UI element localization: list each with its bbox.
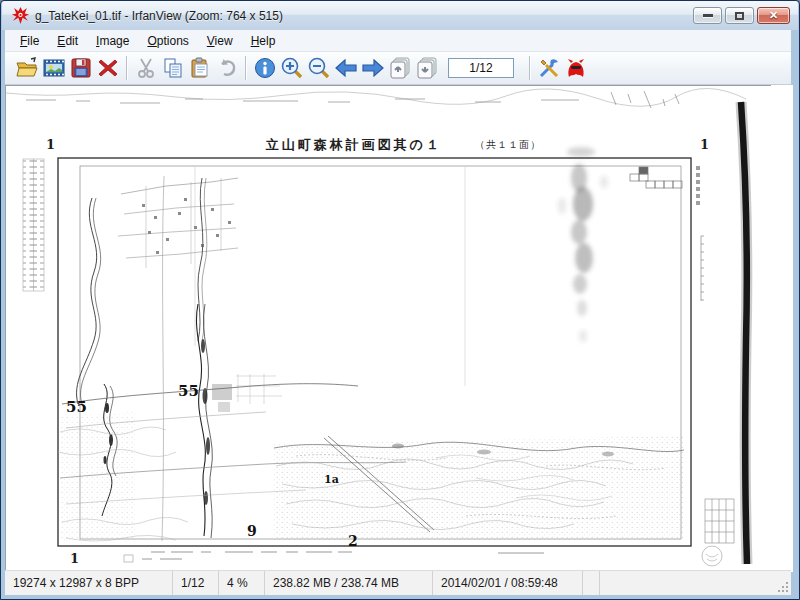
undo-button[interactable] [213, 55, 240, 82]
toolbar-separator [529, 56, 530, 80]
forward-icon [360, 56, 386, 80]
info-button[interactable] [251, 55, 278, 82]
open-folder-icon [15, 56, 39, 80]
slideshow-icon [42, 56, 66, 80]
save-icon [69, 56, 93, 80]
close-icon: ✕ [769, 10, 778, 21]
zoom-in-icon [280, 56, 304, 80]
zoom-out-icon [307, 56, 331, 80]
copy-icon [161, 56, 185, 80]
irfanview-window: g_TateKei_01.tif - IrfanView (Zoom: 764 … [0, 0, 800, 600]
compartment-label-55-west: 55 [66, 398, 87, 416]
status-zoom-percent: 4 % [219, 571, 265, 595]
status-file-datetime: 2014/02/01 / 08:59:48 [433, 571, 583, 595]
compartment-label-1a: 1a [324, 473, 339, 486]
toolbar-separator [126, 56, 127, 80]
maximize-button[interactable] [725, 7, 754, 24]
page-number-field[interactable] [448, 58, 514, 78]
minimize-icon [703, 14, 713, 17]
cut-button[interactable] [132, 55, 159, 82]
mascot-button[interactable] [562, 55, 589, 82]
sheet-number-top-left: 1 [46, 137, 55, 152]
image-canvas[interactable]: 立山町森林計画図其の１ （共１１面） 1 1 1 [5, 85, 771, 572]
next-page-button[interactable] [413, 55, 440, 82]
menu-file[interactable]: File [11, 31, 48, 51]
close-button[interactable]: ✕ [757, 7, 790, 24]
open-button[interactable] [13, 55, 40, 82]
paste-icon [188, 56, 212, 80]
map-sheet-title: 立山町森林計画図其の１ [265, 137, 442, 152]
previous-page-button[interactable] [386, 55, 413, 82]
forward-button[interactable] [359, 55, 386, 82]
sheet-number-top-right: 1 [700, 137, 709, 152]
compartment-label-55-east: 55 [178, 382, 199, 400]
scanned-map-image: 立山町森林計画図其の１ （共１１面） 1 1 1 [6, 86, 771, 572]
irfanview-app-icon [12, 7, 29, 24]
compartment-label-9: 9 [247, 523, 257, 539]
delete-button[interactable] [94, 55, 121, 82]
cut-icon [134, 56, 158, 80]
info-icon [253, 56, 277, 80]
back-icon [333, 56, 359, 80]
sheet-number-bottom-left: 1 [70, 551, 79, 566]
menu-options[interactable]: Options [138, 31, 197, 51]
toolbar [5, 52, 791, 85]
title-bar[interactable]: g_TateKei_01.tif - IrfanView (Zoom: 764 … [2, 1, 798, 30]
status-memory-usage: 238.82 MB / 238.74 MB [265, 571, 433, 595]
window-title: g_TateKei_01.tif - IrfanView (Zoom: 764 … [35, 9, 283, 23]
copy-button[interactable] [159, 55, 186, 82]
status-image-dimensions: 19274 x 12987 x 8 BPP [5, 571, 173, 595]
compartment-label-2: 2 [348, 533, 358, 549]
back-button[interactable] [332, 55, 359, 82]
menu-image[interactable]: Image [87, 31, 138, 51]
save-button[interactable] [67, 55, 94, 82]
maximize-icon [735, 12, 744, 20]
zoom-in-button[interactable] [278, 55, 305, 82]
paste-button[interactable] [186, 55, 213, 82]
minimize-button[interactable] [693, 7, 722, 24]
tools-button[interactable] [535, 55, 562, 82]
status-empty-panel [583, 571, 600, 595]
prev-page-icon [388, 56, 412, 80]
status-page-index: 1/12 [173, 571, 219, 595]
delete-icon [96, 56, 120, 80]
undo-icon [215, 56, 239, 80]
irfanview-mascot-icon [564, 56, 588, 80]
zoom-out-button[interactable] [305, 55, 332, 82]
menu-edit[interactable]: Edit [48, 31, 87, 51]
menu-bar: File Edit Image Options View Help [5, 30, 791, 52]
toolbar-separator [245, 56, 246, 80]
map-sheet-note: （共１１面） [475, 139, 541, 150]
menu-view[interactable]: View [198, 31, 242, 51]
margin-legend-table [23, 159, 44, 291]
resize-grip[interactable] [776, 580, 789, 593]
slideshow-button[interactable] [40, 55, 67, 82]
menu-help[interactable]: Help [242, 31, 285, 51]
status-bar: 19274 x 12987 x 8 BPP 1/12 4 % 238.82 MB… [5, 570, 791, 595]
tools-icon [537, 56, 561, 80]
next-page-icon [415, 56, 439, 80]
